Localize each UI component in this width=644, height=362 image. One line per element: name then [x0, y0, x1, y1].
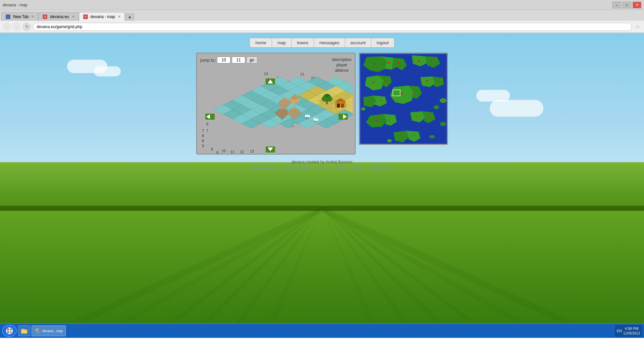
svg-rect-49 — [336, 101, 345, 103]
tab-devana-map[interactable]: d devana - map ✕ — [79, 12, 125, 21]
reload-button[interactable]: ↻ — [23, 23, 31, 31]
go-button[interactable]: go — [247, 57, 257, 63]
nav-towns[interactable]: towns — [291, 38, 314, 47]
taskbar: devana - map EN 4:58 PM 11/05/2013 — [0, 323, 644, 338]
taskbar-chrome[interactable]: devana - map — [32, 325, 66, 336]
svg-point-93 — [401, 136, 402, 137]
minimize-button[interactable]: – — [612, 2, 621, 8]
close-button[interactable]: ✕ — [633, 2, 641, 8]
svg-point-85 — [376, 120, 378, 122]
tab-devana-eu[interactable]: d devana.eu ✕ — [38, 12, 78, 21]
svg-rect-108 — [7, 328, 9, 330]
chrome-icon — [35, 328, 41, 334]
svg-text:14: 14 — [264, 72, 268, 76]
svg-point-101 — [361, 107, 365, 111]
svg-rect-41 — [306, 117, 307, 119]
tab-label: devana.eu — [50, 14, 69, 19]
svg-text:8: 8 — [202, 139, 204, 143]
link-terms[interactable]: terms — [317, 166, 327, 170]
link-contact[interactable]: contact — [351, 166, 364, 170]
tab-close-icon[interactable]: ✕ — [118, 15, 120, 18]
svg-point-74 — [431, 60, 433, 62]
nav-account[interactable]: account — [345, 38, 372, 47]
svg-text:11: 11 — [230, 150, 234, 154]
map-panel: jump to: go description player alliance … — [196, 53, 356, 155]
svg-point-81 — [426, 80, 428, 82]
svg-rect-110 — [7, 331, 9, 333]
taskbar-right: EN 4:58 PM 11/05/2013 — [615, 325, 642, 337]
new-tab-button[interactable]: + — [125, 13, 134, 21]
tab-favicon — [6, 14, 10, 19]
svg-point-73 — [418, 60, 420, 62]
svg-rect-46 — [316, 121, 317, 122]
back-button[interactable]: ← — [3, 23, 11, 31]
iso-map: 7 8 8 9 8 9 10 11 12 13 14 13 — [200, 67, 353, 150]
svg-point-86 — [389, 119, 390, 121]
link-admin-panel[interactable]: admin panel — [370, 166, 392, 170]
forward-button[interactable]: → — [13, 23, 21, 31]
svg-text:8: 8 — [206, 122, 208, 126]
clock-date: 11/05/2013 — [623, 331, 640, 336]
lang-indicator: EN — [617, 329, 622, 333]
svg-point-94 — [412, 135, 414, 136]
legend-description: description — [332, 57, 352, 62]
nav-menu: home map towns messages account logout — [250, 38, 394, 48]
nav-home[interactable]: home — [250, 38, 272, 47]
nav-logout[interactable]: logout — [371, 38, 394, 47]
windows-logo-icon — [6, 327, 13, 334]
address-bar-row: ← → ↻ ☆ — [0, 21, 644, 33]
svg-rect-51 — [337, 104, 340, 108]
svg-rect-45 — [314, 121, 315, 122]
svg-text:13: 13 — [250, 149, 254, 153]
game-area: jump to: go description player alliance … — [0, 53, 644, 155]
svg-rect-42 — [308, 117, 309, 119]
minimap-svg — [360, 54, 447, 144]
nav-messages[interactable]: messages — [314, 38, 345, 47]
minimap-panel — [359, 53, 448, 145]
svg-text:12: 12 — [240, 150, 244, 154]
address-input[interactable] — [33, 23, 632, 31]
clock-time: 4:58 PM — [623, 326, 640, 331]
svg-text:10: 10 — [222, 149, 226, 153]
system-tray: EN 4:58 PM 11/05/2013 — [615, 325, 642, 337]
link-credits[interactable]: credits — [333, 166, 345, 170]
tab-new-tab[interactable]: New Tab ✕ — [1, 12, 38, 21]
svg-rect-109 — [10, 328, 12, 330]
svg-point-65 — [387, 62, 389, 64]
svg-text:7: 7 — [202, 129, 204, 133]
iso-map-svg: 7 8 8 9 8 9 10 11 12 13 14 13 — [200, 67, 353, 154]
nav-map[interactable]: map — [272, 38, 291, 47]
svg-text:11: 11 — [300, 72, 304, 76]
svg-point-36 — [322, 96, 327, 102]
footer-links: devanapedia | combat simulator | terms |… — [0, 166, 644, 170]
tab-close-icon[interactable]: ✕ — [31, 15, 34, 18]
jump-x-input[interactable] — [217, 57, 230, 63]
bookmark-star-icon[interactable]: ☆ — [634, 23, 641, 30]
svg-point-102 — [440, 122, 446, 126]
link-devanapedia[interactable]: devanapedia — [252, 166, 275, 170]
svg-point-105 — [442, 100, 444, 101]
svg-point-82 — [438, 80, 439, 82]
svg-point-44 — [313, 118, 315, 120]
svg-point-77 — [369, 101, 371, 102]
window-controls: – □ ✕ — [612, 2, 641, 8]
svg-rect-1 — [0, 206, 644, 211]
separator: | — [348, 166, 349, 170]
jump-controls: jump to: go — [200, 57, 352, 63]
tab-close-icon[interactable]: ✕ — [72, 15, 74, 18]
tab-label: devana - map — [91, 14, 115, 19]
svg-point-64 — [374, 63, 376, 65]
svg-point-40 — [305, 115, 308, 117]
svg-point-104 — [429, 135, 435, 138]
separator: | — [277, 166, 278, 170]
window-title: devana - map — [3, 3, 27, 7]
jump-y-input[interactable] — [232, 57, 245, 63]
tabs-bar: New Tab ✕ d devana.eu ✕ d devana - map ✕… — [0, 10, 644, 21]
link-combat-simulator[interactable]: combat simulator — [281, 166, 311, 170]
start-button[interactable] — [2, 325, 17, 337]
game-ui: home map towns messages account logout j… — [0, 33, 644, 172]
maximize-button[interactable]: □ — [623, 2, 631, 8]
nav-bar: home map towns messages account logout — [0, 33, 644, 53]
taskbar-folder[interactable] — [18, 325, 30, 336]
svg-point-98 — [414, 92, 415, 93]
